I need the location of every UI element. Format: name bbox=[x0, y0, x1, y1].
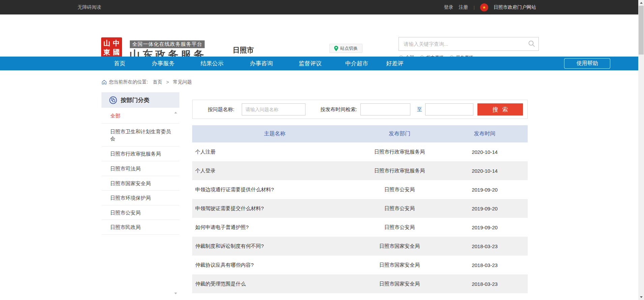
table-row[interactable]: 申领边境通行证需要提供什么材料? 日照市公安局 2019-09-20 bbox=[192, 180, 528, 199]
sidebar-item-justice[interactable]: 日照市司法局 bbox=[101, 161, 179, 176]
seal-char: 國 bbox=[112, 48, 121, 57]
department-cell: 日照市国家安全局 bbox=[357, 281, 442, 287]
question-name-input[interactable] bbox=[242, 103, 305, 115]
date-cell: 2020-10-14 bbox=[442, 149, 528, 155]
page: 无障碍阅读 登录 注册 | ★ 日照市政府门户网站 山 中 東 國 全国一体化在… bbox=[0, 0, 644, 300]
seal-char: 中 bbox=[112, 39, 121, 48]
home-icon bbox=[102, 80, 107, 85]
date-cell: 2018-03-23 bbox=[442, 281, 528, 287]
table-header-department: 发布部门 bbox=[357, 130, 442, 137]
department-cell: 日照市行政审批服务局 bbox=[357, 149, 442, 155]
accessibility-link[interactable]: 无障碍阅读 bbox=[78, 0, 101, 14]
date-cell: 2019-09-20 bbox=[442, 225, 528, 230]
table-header-date: 发布时间 bbox=[442, 130, 528, 137]
publish-date-label: 按发布时间检索: bbox=[320, 100, 357, 119]
nav-item-services[interactable]: 办事服务 bbox=[152, 57, 175, 70]
date-to-input[interactable] bbox=[425, 103, 473, 115]
department-cell: 日照市公安局 bbox=[357, 187, 442, 193]
seal-char: 東 bbox=[102, 48, 112, 57]
table-row[interactable]: 个人注册 日照市行政审批服务局 2020-10-14 bbox=[192, 142, 528, 161]
breadcrumb-current: 常见问题 bbox=[173, 79, 192, 85]
breadcrumb: 您当前所在的位置: 首页 > 常见问题 bbox=[102, 79, 192, 86]
search-button[interactable]: 搜索 bbox=[477, 103, 523, 115]
scrollbar-thumb[interactable] bbox=[639, 6, 644, 55]
department-category-icon bbox=[109, 96, 117, 104]
date-cell: 2018-03-23 bbox=[442, 243, 528, 249]
sidebar-scroll-down-icon[interactable] bbox=[174, 293, 177, 294]
date-cell: 2019-09-20 bbox=[442, 206, 528, 211]
question-table: 个人注册 日照市行政审批服务局 2020-10-14 个人登录 日照市行政审批服… bbox=[192, 142, 528, 293]
nav-item-home[interactable]: 首页 bbox=[114, 57, 125, 70]
department-sidebar: 按部门分类 全部 日照市卫生和计划生育委员会 日照市行政审批服务局 日照市司法局… bbox=[101, 92, 179, 300]
sidebar-title: 按部门分类 bbox=[121, 96, 149, 104]
scrollbar-down-icon[interactable] bbox=[638, 294, 644, 300]
scrollbar-up-icon[interactable] bbox=[638, 0, 644, 6]
sidebar-item-health[interactable]: 日照市卫生和计划生育委员会 bbox=[101, 124, 179, 146]
question-link[interactable]: 个人登录 bbox=[192, 168, 357, 174]
main-content: 按问题名称: 按发布时间检索: 至 搜索 主题名称 发布部门 发布时间 个人注册… bbox=[192, 0, 528, 300]
sidebar-item-environment[interactable]: 日照市环境保护局 bbox=[101, 191, 179, 205]
table-row[interactable]: 仲裁协议应具有哪些内容? 日照市国家安全局 2018-03-23 bbox=[192, 256, 528, 274]
table-row[interactable]: 仲裁制度和诉讼制度有何不同? 日照市国家安全局 2018-03-23 bbox=[192, 237, 528, 256]
breadcrumb-separator: > bbox=[166, 79, 169, 85]
question-link[interactable]: 如何申请电子普通护照? bbox=[192, 224, 357, 231]
sidebar-scroll-up-icon[interactable] bbox=[174, 112, 177, 113]
sidebar-item-all[interactable]: 全部 bbox=[101, 108, 179, 124]
department-cell: 日照市国家安全局 bbox=[357, 243, 442, 249]
table-row[interactable]: 如何申请电子普通护照? 日照市公安局 2019-09-20 bbox=[192, 218, 528, 237]
magnifier-icon[interactable] bbox=[528, 40, 535, 49]
sidebar-item-police[interactable]: 日照市公安局 bbox=[101, 205, 179, 220]
date-from-input[interactable] bbox=[360, 103, 410, 115]
table-header-topic: 主题名称 bbox=[192, 130, 357, 137]
date-cell: 2019-09-20 bbox=[442, 187, 528, 193]
table-row[interactable]: 个人登录 日照市行政审批服务局 2020-10-14 bbox=[192, 161, 528, 180]
question-link[interactable]: 仲裁的受理范围是什么 bbox=[192, 281, 357, 287]
question-link[interactable]: 仲裁协议应具有哪些内容? bbox=[192, 262, 357, 268]
page-scrollbar[interactable] bbox=[638, 0, 644, 300]
sidebar-item-civil[interactable]: 日照市民政局 bbox=[101, 220, 179, 235]
sidebar-header: 按部门分类 bbox=[101, 92, 179, 108]
breadcrumb-home-link[interactable]: 首页 bbox=[153, 79, 162, 85]
seal-char: 山 bbox=[102, 39, 112, 48]
department-cell: 日照市行政审批服务局 bbox=[357, 168, 442, 174]
sidebar-item-security[interactable]: 日照市国家安全局 bbox=[101, 176, 179, 191]
help-button[interactable]: 使用帮助 bbox=[564, 58, 610, 69]
table-row[interactable]: 仲裁的受理范围是什么 日照市国家安全局 2018-03-23 bbox=[192, 274, 528, 293]
sidebar-item-approval[interactable]: 日照市行政审批服务局 bbox=[101, 146, 179, 161]
breadcrumb-label: 您当前所在的位置: bbox=[109, 79, 148, 85]
department-cell: 日照市公安局 bbox=[357, 205, 442, 212]
table-row[interactable]: 申领驾驶证需要提交什么材料? 日照市公安局 2019-09-20 bbox=[192, 199, 528, 218]
question-link[interactable]: 仲裁制度和诉讼制度有何不同? bbox=[192, 243, 357, 249]
table-header: 主题名称 发布部门 发布时间 bbox=[192, 125, 528, 142]
department-cell: 日照市国家安全局 bbox=[357, 262, 442, 268]
shandong-seal-logo: 山 中 東 國 bbox=[101, 37, 122, 58]
date-cell: 2020-10-14 bbox=[442, 168, 528, 174]
date-to-label: 至 bbox=[413, 100, 426, 119]
department-cell: 日照市公安局 bbox=[357, 224, 442, 231]
question-link[interactable]: 个人注册 bbox=[192, 149, 357, 155]
question-link[interactable]: 申领驾驶证需要提交什么材料? bbox=[192, 205, 357, 212]
question-name-label: 按问题名称: bbox=[208, 100, 234, 119]
question-link[interactable]: 申领边境通行证需要提供什么材料? bbox=[192, 187, 357, 193]
question-filter-form: 按问题名称: 按发布时间检索: 至 搜索 bbox=[192, 100, 528, 119]
date-cell: 2018-03-23 bbox=[442, 262, 528, 268]
